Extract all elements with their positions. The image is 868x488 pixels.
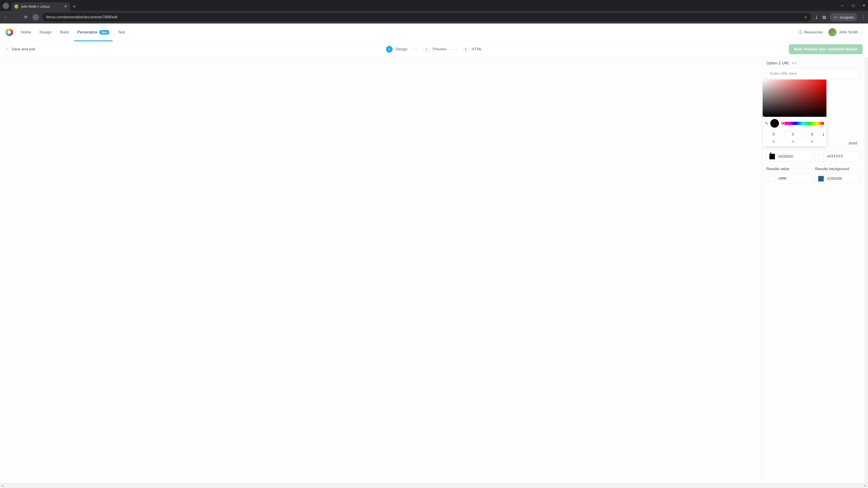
new-tab-button[interactable]: + <box>73 4 76 9</box>
hue-slider[interactable] <box>781 122 824 125</box>
nav-test[interactable]: Test <box>117 24 126 41</box>
scroll-right-icon[interactable]: ▸ <box>863 484 868 487</box>
next-preview-button[interactable]: Next: Preview your sentiment tracker <box>789 44 863 54</box>
save-and-exit-button[interactable]: ← Save and exit <box>5 47 35 52</box>
sub-header: ← Save and exit 1 Design 2 Preview 3 HTM… <box>0 41 868 57</box>
step-html[interactable]: 3 HTML <box>462 46 482 53</box>
incognito-icon: 👓 <box>833 15 838 20</box>
litmus-logo-icon[interactable] <box>5 29 13 36</box>
info-icon: ⓘ <box>799 30 802 35</box>
results-bg-swatch <box>818 176 824 182</box>
nav-build[interactable]: Build <box>59 24 70 41</box>
canvas-area[interactable] <box>0 57 762 483</box>
chevron-down-icon: ⌄ <box>860 31 863 34</box>
eyedropper-icon[interactable]: ✎ <box>765 121 768 126</box>
save-exit-label: Save and exit <box>12 47 35 52</box>
url-placeholder: Enter URL here <box>770 71 797 76</box>
new-badge: New <box>99 30 110 35</box>
color-picker[interactable]: ✎ 0 R 0 G 0 <box>763 79 827 146</box>
forward-button[interactable]: → <box>13 14 19 20</box>
scroll-left-icon[interactable]: ◂ <box>0 484 5 487</box>
browser-titlebar: John Smith > Litmus ✕ + ― ▢ ✕ <box>0 0 868 11</box>
option2-url-input[interactable]: Enter URL here <box>766 68 860 79</box>
vertical-scrollbar[interactable] <box>864 57 868 483</box>
background-color-input[interactable]: #FFFFFF <box>815 151 860 162</box>
results-background-label: Results background <box>815 167 860 171</box>
saturation-value-field[interactable] <box>763 79 827 117</box>
settings-panel: Option 2 URL Enter URL here ✎ <box>762 57 864 483</box>
step-separator <box>411 49 419 50</box>
step-preview[interactable]: 2 Preview <box>423 46 446 53</box>
avatar <box>829 28 837 36</box>
minimize-button[interactable]: ― <box>840 3 844 8</box>
fg-swatch <box>769 154 775 160</box>
drag-handle-icon[interactable] <box>792 62 796 64</box>
resources-link[interactable]: ⓘ Resources <box>799 30 823 35</box>
results-background-color-input[interactable]: #286088 <box>815 173 860 184</box>
bg-swatch <box>818 154 824 160</box>
workspace: Option 2 URL Enter URL here ✎ <box>0 57 868 483</box>
incognito-indicator[interactable]: 👓 Incognito <box>830 13 857 21</box>
background-label-partial: ound <box>848 141 857 145</box>
user-menu[interactable]: John Smith ⌄ <box>829 28 863 36</box>
tab-title: John Smith > Litmus <box>21 5 50 8</box>
back-button[interactable]: ← <box>3 14 9 20</box>
page-content: Home Design Build Personalize New Test ⓘ… <box>0 24 868 483</box>
tab-search-icon[interactable] <box>3 3 9 9</box>
option2-url-label: Option 2 URL <box>766 61 860 66</box>
nav-personalize[interactable]: Personalize New <box>76 24 110 41</box>
reload-button[interactable]: ⟳ <box>23 14 29 20</box>
app-header: Home Design Build Personalize New Test ⓘ… <box>0 24 868 41</box>
nav-design[interactable]: Design <box>39 24 53 41</box>
favicon-icon <box>14 4 19 8</box>
browser-tab[interactable]: John Smith > Litmus ✕ <box>11 2 70 11</box>
nav-home[interactable]: Home <box>20 24 32 41</box>
address-text: litmus.com/personalize/documents/7868/ed… <box>46 15 118 19</box>
site-info-icon[interactable] <box>33 14 39 20</box>
r-input[interactable]: 0 <box>765 130 782 138</box>
bookmark-icon[interactable]: ☆ <box>804 15 807 20</box>
results-value-swatch <box>769 176 775 182</box>
b-input[interactable]: 0 <box>804 130 821 138</box>
current-color-swatch <box>770 119 779 128</box>
address-bar[interactable]: litmus.com/personalize/documents/7868/ed… <box>42 13 811 22</box>
step-design[interactable]: 1 Design <box>386 46 407 53</box>
reader-icon[interactable]: ▤ <box>822 15 826 20</box>
step-separator <box>451 49 458 50</box>
results-value-label: Results value <box>766 167 811 171</box>
hue-knob[interactable] <box>782 122 785 125</box>
downloads-icon[interactable]: ⭳ <box>815 15 819 20</box>
nav-personalize-label: Personalize <box>77 30 97 35</box>
browser-menu-button[interactable]: ⋮ <box>861 14 865 20</box>
incognito-label: Incognito <box>840 15 854 19</box>
foreground-color-input[interactable]: #000000 <box>766 151 811 162</box>
resources-label: Resources <box>804 30 823 35</box>
close-window-button[interactable]: ✕ <box>862 3 866 8</box>
arrow-left-icon: ← <box>5 47 9 52</box>
browser-toolbar: ← → ⟳ litmus.com/personalize/documents/7… <box>0 11 868 24</box>
maximize-button[interactable]: ▢ <box>851 3 855 8</box>
results-value-color-input[interactable]: #ffffff <box>766 173 811 184</box>
color-mode-toggle[interactable]: ▴▾ <box>823 133 824 136</box>
g-input[interactable]: 0 <box>784 130 802 138</box>
user-name: John Smith <box>839 30 858 35</box>
horizontal-scrollbar[interactable]: ◂ ▸ <box>0 483 868 488</box>
stepper: 1 Design 2 Preview 3 HTML <box>386 46 482 53</box>
close-icon[interactable]: ✕ <box>64 5 67 8</box>
